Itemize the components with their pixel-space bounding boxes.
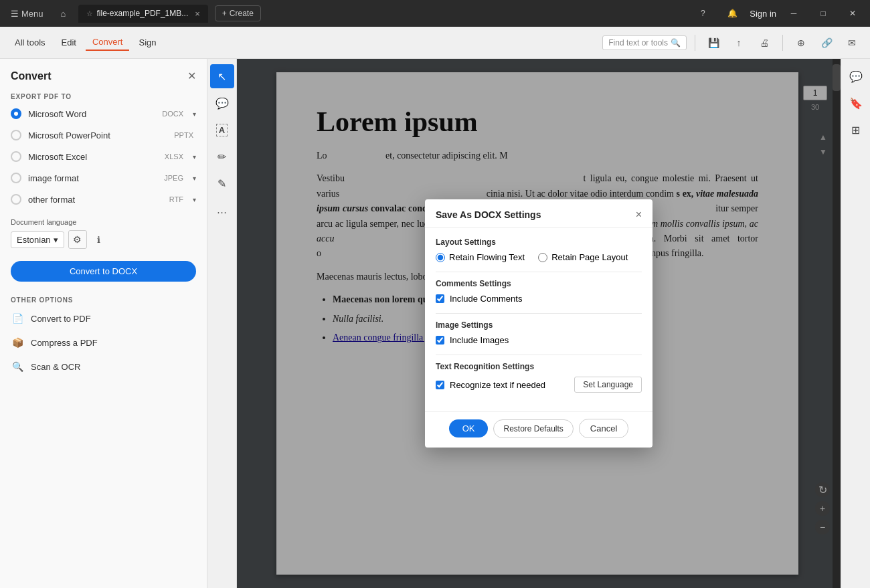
comment-icon: 💬 <box>215 97 229 110</box>
sidebar-title: Convert <box>11 70 51 82</box>
include-images-checkbox[interactable] <box>436 336 444 345</box>
active-tab[interactable]: ☆ file-example_PDF_1MB... × <box>78 5 208 23</box>
radio-other[interactable] <box>11 194 21 205</box>
maximize-icon: □ <box>820 9 825 18</box>
plus-icon: + <box>222 9 227 18</box>
print-icon: 🖨 <box>760 37 769 48</box>
image-settings-section: Image Settings Include Images <box>436 320 642 345</box>
notification-button[interactable]: 🔔 <box>720 1 744 25</box>
divider-3 <box>436 355 642 355</box>
maximize-button[interactable]: □ <box>811 1 835 25</box>
ok-button[interactable]: OK <box>449 419 489 437</box>
chevron-excel-icon[interactable]: ▾ <box>193 153 196 161</box>
export-option-image[interactable]: image format JPEG ▾ <box>0 167 207 189</box>
modal-title: Save As DOCX Settings <box>436 209 541 220</box>
recognize-text-label: Recognize text if needed <box>450 380 545 390</box>
include-images-label: Include Images <box>450 335 509 345</box>
minimize-button[interactable]: ─ <box>782 1 806 25</box>
retain-flowing-option[interactable]: Retain Flowing Text <box>436 252 525 262</box>
tool-panel: ↖ 💬 A ✏ ✎ … <box>207 59 237 588</box>
chevron-lang-icon: ▾ <box>54 235 58 245</box>
find-label: Find text or tools <box>608 38 668 47</box>
restore-defaults-button[interactable]: Restore Defaults <box>493 419 573 438</box>
include-images-option[interactable]: Include Images <box>436 335 642 345</box>
text-recognition-section: Text Recognition Settings Recognize text… <box>436 362 642 393</box>
include-comments-checkbox[interactable] <box>436 294 444 303</box>
chevron-image-icon[interactable]: ▾ <box>193 175 196 182</box>
info-button[interactable]: ℹ <box>91 231 107 248</box>
tab-title: file-example_PDF_1MB... <box>97 9 189 18</box>
right-grid-button[interactable]: ⊞ <box>844 118 868 142</box>
email-icon: ✉ <box>848 37 856 48</box>
zoom-icon: ⊕ <box>797 37 805 48</box>
gear-button[interactable]: ⚙ <box>68 230 87 249</box>
language-dropdown[interactable]: Estonian ▾ <box>11 231 64 248</box>
right-bookmark-button[interactable]: 🔖 <box>844 91 868 115</box>
export-option-ppt[interactable]: Microsoft PowerPoint PPTX <box>0 124 207 146</box>
all-tools-button[interactable]: All tools <box>8 35 52 50</box>
edit-button[interactable]: Edit <box>55 35 83 50</box>
retain-flowing-radio[interactable] <box>436 253 445 262</box>
right-grid-icon: ⊞ <box>851 124 860 136</box>
lang-select-row: Estonian ▾ ⚙ ℹ <box>11 230 196 249</box>
find-bar[interactable]: Find text or tools 🔍 <box>602 35 687 50</box>
convert-to-docx-button[interactable]: Convert to DOCX <box>11 261 196 282</box>
modal-footer: OK Restore Defaults Cancel <box>425 411 652 448</box>
new-tab-button[interactable]: + Create <box>215 5 261 21</box>
stamp-tool-button[interactable]: ✎ <box>210 171 234 195</box>
compress-pdf-option[interactable]: 📦 Compress a PDF <box>0 330 207 355</box>
more-icon: … <box>217 204 228 216</box>
modal-body: Layout Settings Retain Flowing Text Reta… <box>425 228 652 411</box>
text-tool-button[interactable]: A <box>210 118 234 142</box>
email-button[interactable]: ✉ <box>842 33 862 53</box>
scan-ocr-option[interactable]: 🔍 Scan & OCR <box>0 355 207 379</box>
radio-ppt[interactable] <box>11 130 21 140</box>
chevron-other-icon[interactable]: ▾ <box>193 196 196 203</box>
close-button[interactable]: ✕ <box>841 1 865 25</box>
zoom-button[interactable]: ⊕ <box>791 33 811 53</box>
sidebar-header: Convert ✕ <box>0 59 207 88</box>
sign-button[interactable]: Sign <box>132 35 163 50</box>
more-tools-button[interactable]: … <box>210 198 234 222</box>
select-tool-button[interactable]: ↖ <box>210 64 234 88</box>
stamp-icon: ✎ <box>217 177 226 190</box>
home-button[interactable]: ⌂ <box>52 1 76 25</box>
sign-in-button[interactable]: Sign in <box>750 9 776 19</box>
export-option-word[interactable]: Microsoft Word DOCX ▾ <box>0 103 207 124</box>
layout-radio-row: Retain Flowing Text Retain Page Layout <box>436 252 642 262</box>
menu-button[interactable]: ☰ Menu <box>5 6 49 21</box>
text-recog-row: Recognize text if needed Set Language <box>436 377 642 393</box>
chevron-word-icon[interactable]: ▾ <box>193 110 196 118</box>
link-button[interactable]: 🔗 <box>816 33 837 53</box>
radio-excel[interactable] <box>11 151 21 162</box>
modal-close-button[interactable]: × <box>636 209 642 221</box>
cancel-button[interactable]: Cancel <box>579 419 628 438</box>
tab-close-icon[interactable]: × <box>195 9 200 19</box>
radio-word[interactable] <box>11 108 21 119</box>
right-panel: 💬 🔖 ⊞ <box>841 59 870 588</box>
right-comment-button[interactable]: 💬 <box>844 64 868 88</box>
pdf-viewer: Lorem ipsum Lo et, consectetur adipiscin… <box>237 59 841 588</box>
draw-tool-button[interactable]: ✏ <box>210 144 234 169</box>
upload-button[interactable]: ↑ <box>729 33 749 53</box>
help-button[interactable]: ? <box>691 1 715 25</box>
export-option-excel[interactable]: Microsoft Excel XLSX ▾ <box>0 146 207 167</box>
save-button[interactable]: 💾 <box>703 33 723 53</box>
include-comments-option[interactable]: Include Comments <box>436 294 642 304</box>
print-button[interactable]: 🖨 <box>754 33 774 53</box>
recognize-text-option[interactable]: Recognize text if needed <box>436 380 569 390</box>
comment-tool-button[interactable]: 💬 <box>210 91 234 115</box>
retain-page-radio[interactable] <box>538 253 547 262</box>
radio-image[interactable] <box>11 173 21 183</box>
export-excel-label: Microsoft Excel <box>28 152 158 162</box>
retain-page-option[interactable]: Retain Page Layout <box>538 252 628 262</box>
recognize-text-checkbox[interactable] <box>436 381 444 389</box>
draw-icon: ✏ <box>217 151 226 163</box>
link-icon: 🔗 <box>821 37 833 48</box>
export-option-other[interactable]: other format RTF ▾ <box>0 189 207 210</box>
convert-to-pdf-option[interactable]: 📄 Convert to PDF <box>0 306 207 330</box>
scan-icon: 🔍 <box>11 360 24 373</box>
sidebar-close-button[interactable]: ✕ <box>187 70 196 82</box>
convert-button[interactable]: Convert <box>86 34 130 51</box>
set-language-button[interactable]: Set Language <box>574 377 642 393</box>
